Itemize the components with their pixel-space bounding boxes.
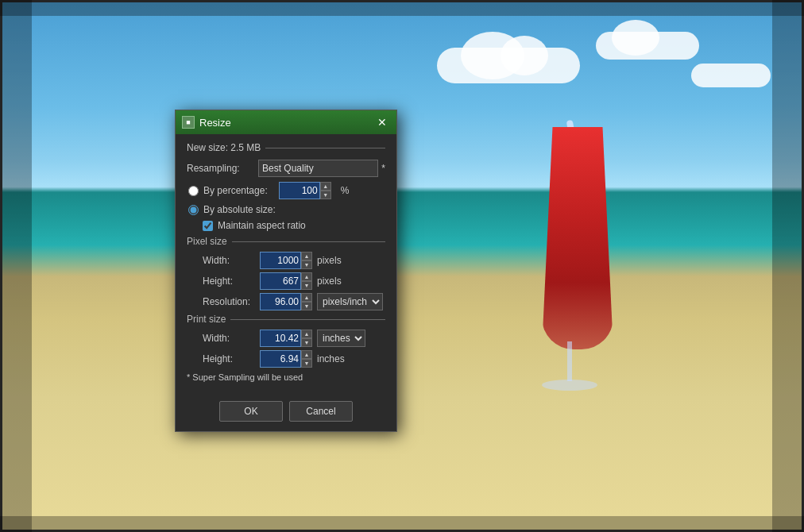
percentage-spin-down[interactable]: ▼ bbox=[320, 191, 331, 199]
print-height-spin-up[interactable]: ▲ bbox=[301, 350, 312, 359]
resolution-row: Resolution: ▲ ▼ pixels/inch pixels/cm bbox=[203, 293, 385, 310]
print-height-spinners: ▲ ▼ bbox=[301, 350, 312, 368]
pixel-height-unit: pixels bbox=[317, 276, 342, 287]
resampling-row: Resampling: Best Quality Bilinear Bicubi… bbox=[187, 160, 385, 177]
new-size-row: New size: 2.5 MB bbox=[187, 142, 385, 153]
print-width-spin-down[interactable]: ▼ bbox=[301, 338, 312, 347]
resolution-spin-up[interactable]: ▲ bbox=[301, 293, 312, 302]
print-width-unit-dropdown[interactable]: inches cm mm bbox=[317, 330, 365, 347]
pixel-width-spin-down[interactable]: ▼ bbox=[301, 260, 312, 269]
maintain-aspect-checkbox[interactable] bbox=[203, 221, 213, 231]
percentage-unit: % bbox=[341, 185, 350, 196]
print-width-row: Width: ▲ ▼ inches cm mm bbox=[203, 330, 385, 347]
pixel-height-label: Height: bbox=[203, 276, 260, 287]
resampling-dropdown-container: Best Quality Bilinear Bicubic Nearest Ne… bbox=[258, 160, 378, 177]
dialog-buttons: OK Cancel bbox=[176, 398, 396, 431]
resolution-label: Resolution: bbox=[203, 296, 260, 307]
dialog-body: New size: 2.5 MB Resampling: Best Qualit… bbox=[176, 134, 396, 398]
pixel-height-spin-down[interactable]: ▼ bbox=[301, 281, 312, 290]
print-size-section: Width: ▲ ▼ inches cm mm Height: bbox=[203, 330, 385, 368]
dialog-titlebar: ■ Resize ✕ bbox=[176, 110, 396, 134]
pixel-height-spin-up[interactable]: ▲ bbox=[301, 272, 312, 281]
by-absolute-radio[interactable] bbox=[188, 205, 199, 215]
resolution-input[interactable] bbox=[260, 293, 301, 310]
print-width-label: Width: bbox=[203, 333, 260, 344]
print-height-spin-down[interactable]: ▼ bbox=[301, 359, 312, 368]
resolution-spin-down[interactable]: ▼ bbox=[301, 302, 312, 310]
by-percentage-row: By percentage: ▲ ▼ % bbox=[187, 182, 385, 199]
print-size-divider: Print size bbox=[187, 314, 385, 325]
percentage-spin-up[interactable]: ▲ bbox=[320, 182, 331, 191]
by-percentage-label: By percentage: bbox=[203, 185, 268, 196]
pixel-size-line bbox=[232, 241, 385, 242]
cancel-button[interactable]: Cancel bbox=[289, 401, 353, 422]
pixel-height-input[interactable] bbox=[260, 272, 301, 290]
print-size-line bbox=[230, 319, 385, 320]
print-width-spin-up[interactable]: ▲ bbox=[301, 330, 312, 338]
by-absolute-label: By absolute size: bbox=[203, 204, 276, 215]
percentage-input-container: ▲ ▼ bbox=[279, 182, 331, 199]
percentage-input[interactable] bbox=[279, 182, 320, 199]
pixel-width-row: Width: ▲ ▼ pixels bbox=[203, 252, 385, 269]
resampling-dropdown[interactable]: Best Quality Bilinear Bicubic Nearest Ne… bbox=[258, 160, 378, 177]
print-height-unit: inches bbox=[317, 353, 345, 364]
print-width-input[interactable] bbox=[260, 330, 301, 347]
close-button[interactable]: ✕ bbox=[374, 114, 390, 130]
new-size-label: New size: 2.5 MB bbox=[187, 142, 261, 153]
by-percentage-radio[interactable] bbox=[188, 186, 199, 196]
print-height-label: Height: bbox=[203, 353, 260, 364]
pixel-size-section: Width: ▲ ▼ pixels Height: ▲ ▼ bbox=[203, 252, 385, 310]
resampling-label: Resampling: bbox=[187, 163, 258, 174]
maintain-aspect-label: Maintain aspect ratio bbox=[218, 220, 306, 231]
print-width-spinners: ▲ ▼ bbox=[301, 330, 312, 347]
print-size-section-label: Print size bbox=[187, 314, 226, 325]
pixel-height-row: Height: ▲ ▼ pixels bbox=[203, 272, 385, 290]
print-height-input[interactable] bbox=[260, 350, 301, 368]
pixel-width-input[interactable] bbox=[260, 252, 301, 269]
percentage-spinners: ▲ ▼ bbox=[320, 182, 331, 199]
maintain-aspect-row: Maintain aspect ratio bbox=[187, 220, 385, 231]
pixel-width-label: Width: bbox=[203, 255, 260, 266]
dialog-app-icon: ■ bbox=[182, 116, 195, 129]
ok-button[interactable]: OK bbox=[219, 401, 283, 422]
resampling-asterisk: * bbox=[381, 163, 385, 174]
dialog-overlay: ■ Resize ✕ New size: 2.5 MB Resampling: … bbox=[0, 0, 804, 532]
pixel-size-section-label: Pixel size bbox=[187, 236, 227, 247]
super-sampling-note: * Super Sampling will be used bbox=[187, 372, 385, 382]
pixel-height-spinners: ▲ ▼ bbox=[301, 272, 312, 290]
resize-dialog: ■ Resize ✕ New size: 2.5 MB Resampling: … bbox=[175, 110, 397, 432]
new-size-divider bbox=[265, 148, 385, 148]
resolution-unit-dropdown[interactable]: pixels/inch pixels/cm bbox=[317, 293, 383, 310]
pixel-width-spin-up[interactable]: ▲ bbox=[301, 252, 312, 260]
pixel-width-spinners: ▲ ▼ bbox=[301, 252, 312, 269]
pixel-size-divider: Pixel size bbox=[187, 236, 385, 247]
dialog-title: Resize bbox=[199, 117, 231, 129]
pixel-width-unit: pixels bbox=[317, 255, 342, 266]
resolution-spinners: ▲ ▼ bbox=[301, 293, 312, 310]
print-height-row: Height: ▲ ▼ inches bbox=[203, 350, 385, 368]
by-absolute-row: By absolute size: bbox=[187, 204, 385, 215]
title-left: ■ Resize bbox=[182, 116, 231, 129]
